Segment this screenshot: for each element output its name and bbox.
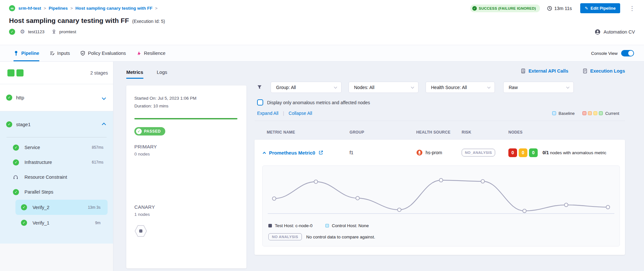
primary-group-label: PRIMARY [134,144,237,149]
step-label: Parallel Steps [24,189,53,195]
sidebar-step-parallel-steps[interactable]: Parallel Steps [0,185,113,199]
anomalous-only-checkbox[interactable] [257,99,263,105]
console-view-label: Console View [591,51,618,56]
external-api-calls-link[interactable]: API External API Calls [521,68,568,74]
shield-check-icon [80,51,85,56]
tab-metrics[interactable]: Metrics [126,69,143,79]
no-analysis-message: No control data to compare against. [306,235,375,239]
nodes-filter-dropdown[interactable]: Nodes: All [349,82,418,93]
filter-funnel-icon[interactable] [257,85,262,90]
nodes-filter-value: Nodes: All [354,85,374,90]
collapse-all-link[interactable]: Collapse All [289,111,312,116]
page-title: Host sampling canary testing with FF [9,17,129,25]
nodes-cell: 0 0 0 0/1 nodes with anomalous metric [508,148,625,157]
sidebar-step-resource-constraint[interactable]: Resource Constraint [0,170,113,185]
metric-name-link[interactable]: Prometheus Metric0 [269,150,315,156]
stage1-section: stage1 Service 857ms Infrastructure 617m… [0,111,113,244]
sidebar-step-verify-1[interactable]: Verify_1 9m [15,215,108,230]
baseline-legend-label: Baseline [559,111,575,116]
hexagon-node-icon [134,225,147,237]
anomalous-nodes-text: 0/1 nodes with anomalous metric [543,149,606,156]
test-host-swatch [268,224,272,227]
step-duration: 857ms [92,145,103,150]
metric-chart-card: Test Host: c-node-0 Control Host: None N… [262,166,620,246]
environment-icon [52,29,56,34]
column-nodes: NODES [508,130,625,135]
duration-text: Duration: 10 mins [134,104,237,108]
chevron-up-icon[interactable] [102,122,105,127]
health-source-cell: hs-prom [416,149,462,156]
service-name[interactable]: test1123 [28,29,44,34]
sidebar-stage-stage1[interactable]: stage1 [0,111,113,137]
tab-resilience[interactable]: Resilience [136,45,166,61]
breadcrumb-project[interactable]: srm-hf-test [18,6,41,11]
metric-line-chart[interactable] [267,170,615,219]
nodes-ratio: 0/1 [543,150,549,155]
host-legend: Test Host: c-node-0 Control Host: None [267,223,615,228]
tab-logs[interactable]: Logs [157,69,168,79]
execution-logs-link[interactable]: Execution Logs [582,68,625,74]
success-check-icon [13,189,19,195]
step-duration: 617ms [92,160,103,165]
console-view-toggle[interactable] [621,50,634,56]
execution-sidebar: 2 stages http stage1 Service 857ms [0,62,113,271]
success-check-icon [21,220,27,226]
external-link-icon[interactable] [319,150,323,155]
inputs-icon [50,51,55,56]
harness-logo-icon [9,5,15,11]
risk-cell: NO_ANALYSIS [462,149,508,156]
red-node-count: 0 [508,148,517,157]
tab-pipeline-label: Pipeline [21,51,39,56]
current-legend-label: Current [605,111,619,116]
baseline-legend-swatch [552,111,556,115]
step-label: Verify_2 [33,205,49,210]
nodes-caption: nodes with anomalous metric [550,150,606,155]
tab-policy-evaluations-label: Policy Evaluations [88,51,126,56]
svg-text:API: API [522,71,525,73]
log-links-row: API External API Calls Execution Logs [255,68,625,74]
tab-resilience-label: Resilience [144,51,166,56]
pencil-icon [585,6,588,11]
tab-policy-evaluations[interactable]: Policy Evaluations [80,45,126,61]
sidebar-step-infrastructure[interactable]: Infrastructure 617ms [0,155,113,170]
more-options-menu[interactable] [629,5,635,12]
chart-color-legend: Baseline Current [552,111,619,116]
external-api-calls-label: External API Calls [528,68,568,74]
divider [6,137,107,137]
main-tabbar: Pipeline Inputs Policy Evaluations Resil… [0,45,644,62]
canary-node-hexagon[interactable] [134,225,237,238]
yellow-node-count: 0 [519,148,527,157]
collapse-metric-chevron[interactable] [263,152,266,155]
breadcrumb-pipelines[interactable]: Pipelines [49,6,68,11]
test-host-label: Test Host: c-node-0 [275,223,312,228]
edit-pipeline-label: Edit Pipeline [591,6,616,11]
group-filter-dropdown[interactable]: Group: All [271,82,341,93]
sidebar-step-service[interactable]: Service 857ms [0,140,113,155]
divider [255,121,625,121]
anomalous-only-label: Display only anomalous metrics and affec… [267,100,370,105]
tab-pipeline[interactable]: Pipeline [14,45,39,61]
chevron-down-icon[interactable] [102,95,105,100]
step-label: Verify_1 [33,220,49,226]
sidebar-stage-http[interactable]: http [0,84,113,111]
data-mode-dropdown[interactable]: Raw [503,82,574,93]
risk-orange-swatch [588,111,592,115]
success-check-icon [472,6,477,11]
green-node-count: 0 [529,148,538,157]
environment-name[interactable]: promtest [59,29,76,34]
breadcrumb-pipeline-name[interactable]: Host sampling canary testing with FF [75,6,152,11]
chevron-down-icon [411,85,414,88]
column-group: GROUP [350,130,416,135]
tab-inputs-label: Inputs [57,51,70,56]
health-source-filter-dropdown[interactable]: Health Source: All [426,82,495,93]
edit-pipeline-button[interactable]: Edit Pipeline [580,3,620,13]
risk-status-badge: NO_ANALYSIS [462,149,495,156]
sidebar-step-verify-2[interactable]: Verify_2 13m 3s [15,200,108,215]
success-check-icon [13,159,19,166]
metrics-panel: API External API Calls Execution Logs Gr… [255,62,644,271]
no-analysis-row: NO ANALYSIS No control data to compare a… [267,233,615,240]
expand-all-link[interactable]: Expand All [257,111,278,116]
metric-card: Prometheus Metric0 f1 hs-prom NO_ANALYSI… [255,140,625,255]
tab-inputs[interactable]: Inputs [50,45,70,61]
elapsed-time-label: 13m 11s [554,6,572,11]
